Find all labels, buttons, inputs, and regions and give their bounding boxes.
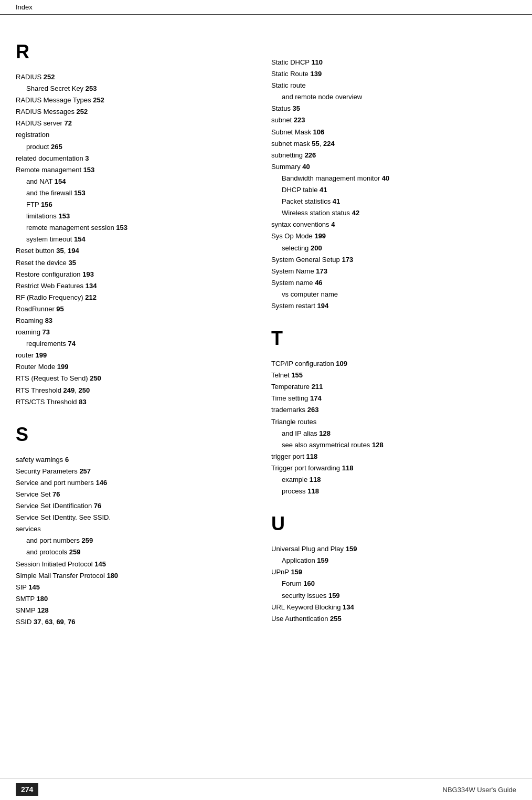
list-item: DHCP table 41 — [271, 184, 516, 196]
list-item: services — [16, 523, 256, 535]
column-right: Static DHCP 110 Static Route 139 Static … — [266, 25, 516, 628]
list-item: Sys Op Mode 199 — [271, 230, 516, 242]
list-item: RTS (Request To Send) 250 — [16, 373, 256, 384]
list-item: Static Route 139 — [271, 68, 516, 80]
list-item: selecting 200 — [271, 243, 516, 254]
list-item: Reset the device 35 — [16, 257, 256, 269]
list-item: Subnet Mask 106 — [271, 127, 516, 138]
list-item: System Name 173 — [271, 266, 516, 277]
list-item: Service Set IDentity. See SSID. — [16, 512, 256, 523]
list-item: UPnP 159 — [271, 566, 516, 578]
list-item: Universal Plug and Play 159 — [271, 543, 516, 555]
letter-s: S — [16, 424, 256, 446]
list-item: safety warnings 6 — [16, 454, 256, 466]
list-item: subnet 223 — [271, 114, 516, 126]
list-item: SNMP 128 — [16, 605, 256, 616]
list-item: RADIUS Messages 252 — [16, 106, 256, 118]
list-item: Packet statistics 41 — [271, 196, 516, 207]
list-item: Restore configuration 193 — [16, 269, 256, 280]
list-item: RTS Threshold 249, 250 — [16, 385, 256, 396]
list-item: Status 35 — [271, 103, 516, 114]
list-item: related documentation 3 — [16, 153, 256, 164]
list-item: Static route — [271, 80, 516, 91]
column-left: R RADIUS 252 Shared Secret Key 253 RADIU… — [16, 25, 266, 628]
letter-r: R — [16, 41, 256, 63]
list-item: Bandwidth management monitor 40 — [271, 173, 516, 184]
list-item: Reset button 35, 194 — [16, 245, 256, 257]
list-item: Simple Mail Transfer Protocol 180 — [16, 570, 256, 582]
list-item: subnet mask 55, 224 — [271, 138, 516, 150]
list-item: registration — [16, 129, 256, 141]
list-item: System General Setup 173 — [271, 254, 516, 266]
list-item: router 199 — [16, 350, 256, 361]
letter-t: T — [271, 328, 516, 350]
list-item: SSID 37, 63, 69, 76 — [16, 616, 256, 628]
page-header: Index — [0, 0, 532, 15]
header-title: Index — [16, 3, 33, 11]
list-item: trigger port 118 — [271, 451, 516, 462]
list-item: Router Mode 199 — [16, 361, 256, 373]
list-item: trademarks 263 — [271, 404, 516, 416]
list-item: and port numbers 259 — [16, 535, 256, 546]
list-item: RADIUS server 72 — [16, 118, 256, 129]
list-item: Triangle routes — [271, 416, 516, 428]
list-item: Trigger port forwarding 118 — [271, 462, 516, 474]
list-item: Temperature 211 — [271, 381, 516, 393]
list-item: Telnet 155 — [271, 370, 516, 381]
list-item: and remote node overview — [271, 91, 516, 103]
letter-u: U — [271, 513, 516, 535]
page-number: 274 — [16, 783, 38, 796]
list-item: and the firewall 153 — [16, 187, 256, 199]
list-item: Session Initiated Protocol 145 — [16, 559, 256, 570]
list-item: limitations 153 — [16, 210, 256, 222]
list-item: Static DHCP 110 — [271, 57, 516, 68]
list-item: Security Parameters 257 — [16, 466, 256, 477]
list-item: and IP alias 128 — [271, 428, 516, 439]
list-item: FTP 156 — [16, 199, 256, 210]
list-item: and NAT 154 — [16, 176, 256, 187]
list-item: SIP 145 — [16, 582, 256, 593]
list-item: Shared Secret Key 253 — [16, 83, 256, 94]
list-item: and protocols 259 — [16, 546, 256, 558]
page-content: R RADIUS 252 Shared Secret Key 253 RADIU… — [0, 15, 532, 649]
list-item: TCP/IP configuration 109 — [271, 358, 516, 370]
section-s-continued: Static DHCP 110 Static Route 139 Static … — [271, 57, 516, 312]
section-s: S safety warnings 6 Security Parameters … — [16, 424, 256, 628]
list-item: System restart 194 — [271, 300, 516, 312]
list-item: Service Set IDentification 76 — [16, 500, 256, 512]
list-item: Forum 160 — [271, 578, 516, 590]
list-item: URL Keyword Blocking 134 — [271, 602, 516, 613]
list-item: Use Authentication 255 — [271, 613, 516, 625]
list-item: Remote management 153 — [16, 164, 256, 176]
list-item: roaming 73 — [16, 327, 256, 338]
list-item: Roaming 83 — [16, 315, 256, 327]
list-item: remote management session 153 — [16, 222, 256, 234]
list-item: Summary 40 — [271, 161, 516, 173]
list-item: Restrict Web Features 134 — [16, 280, 256, 292]
list-item: RF (Radio Frequency) 212 — [16, 292, 256, 303]
list-item: Wireless station status 42 — [271, 207, 516, 219]
list-item: see also asymmetrical routes 128 — [271, 439, 516, 451]
list-item: Service and port numbers 146 — [16, 477, 256, 489]
list-item: Service Set 76 — [16, 489, 256, 500]
list-item: RADIUS Message Types 252 — [16, 94, 256, 106]
list-item: vs computer name — [271, 289, 516, 300]
list-item: System name 46 — [271, 277, 516, 289]
list-item: RADIUS 252 — [16, 71, 256, 83]
list-item: process 118 — [271, 486, 516, 497]
list-item: system timeout 154 — [16, 234, 256, 245]
list-item: Application 159 — [271, 555, 516, 566]
list-item: syntax conventions 4 — [271, 219, 516, 230]
list-item: RoadRunner 95 — [16, 303, 256, 315]
list-item: requirements 74 — [16, 338, 256, 350]
list-item: SMTP 180 — [16, 593, 256, 605]
list-item: security issues 159 — [271, 590, 516, 602]
list-item: Time setting 174 — [271, 393, 516, 404]
list-item: product 265 — [16, 141, 256, 153]
guide-title: NBG334W User's Guide — [443, 786, 516, 794]
list-item: RTS/CTS Threshold 83 — [16, 396, 256, 408]
page-footer: 274 NBG334W User's Guide — [0, 778, 532, 800]
section-t: T TCP/IP configuration 109 Telnet 155 Te… — [271, 328, 516, 497]
list-item: subnetting 226 — [271, 150, 516, 161]
section-u: U Universal Plug and Play 159 Applicatio… — [271, 513, 516, 625]
